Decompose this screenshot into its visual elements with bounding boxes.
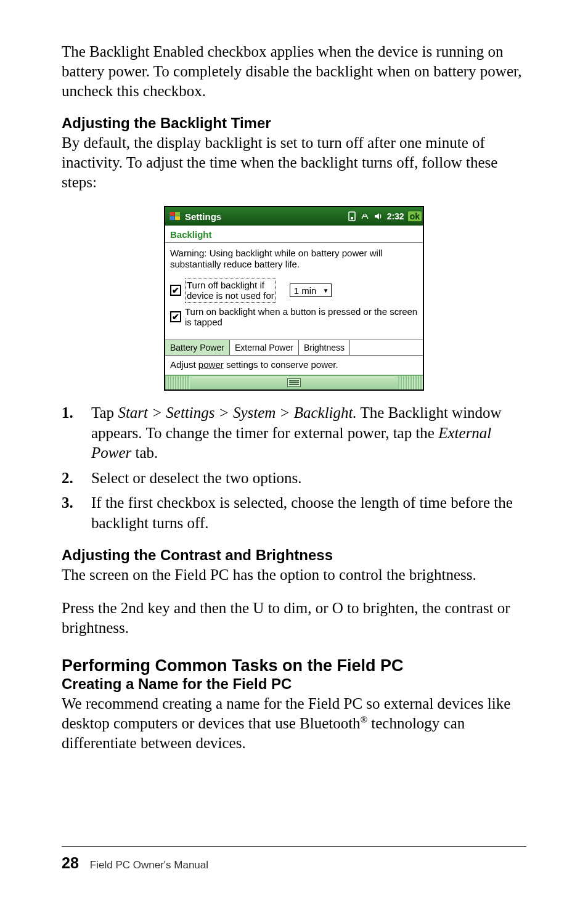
paragraph-create-name: We recommend creating a name for the Fie… bbox=[62, 694, 526, 753]
volume-icon bbox=[374, 212, 383, 221]
paragraph-brightness-1: The screen on the Field PC has the optio… bbox=[62, 565, 526, 585]
footer-title: Field PC Owner's Manual bbox=[90, 859, 208, 871]
titlebar: Settings 2:32 ok bbox=[165, 207, 423, 226]
svg-rect-3 bbox=[175, 216, 180, 220]
svg-rect-2 bbox=[169, 216, 174, 220]
tab-battery-power[interactable]: Battery Power bbox=[165, 340, 230, 355]
sim-icon bbox=[348, 211, 356, 221]
checkbox-turn-on[interactable]: ✔ bbox=[170, 311, 181, 322]
tab-external-power[interactable]: External Power bbox=[230, 340, 299, 355]
system-tray: 2:32 ok bbox=[348, 211, 422, 221]
warning-text: Warning: Using backlight while on batter… bbox=[170, 248, 418, 270]
subheading-backlight-timer: Adjusting the Backlight Timer bbox=[62, 115, 526, 132]
svg-rect-5 bbox=[351, 217, 353, 219]
step-1: Tap Start > Settings > System > Backligh… bbox=[62, 403, 526, 463]
clock-time: 2:32 bbox=[387, 211, 404, 221]
ok-button[interactable]: ok bbox=[408, 211, 422, 221]
paragraph-timer-intro: By default, the display backlight is set… bbox=[62, 133, 526, 192]
chevron-down-icon: ▼ bbox=[322, 287, 329, 294]
keyboard-icon bbox=[287, 378, 301, 387]
step-2: Select or deselect the two options. bbox=[62, 468, 526, 489]
tabs-row: Battery Power External Power Brightness bbox=[165, 340, 423, 356]
page-number: 28 bbox=[62, 854, 79, 872]
page-footer: 28 Field PC Owner's Manual bbox=[62, 846, 526, 872]
checkbox-turn-off[interactable]: ✔ bbox=[170, 285, 181, 296]
paragraph-intro: The Backlight Enabled checkbox applies w… bbox=[62, 42, 526, 101]
power-link-line: Adjust power settings to conserve power. bbox=[165, 356, 423, 375]
svg-rect-0 bbox=[169, 212, 174, 216]
registered-symbol: ® bbox=[361, 715, 367, 725]
panel-header: Backlight bbox=[165, 226, 423, 242]
step-3: If the first checkbox is selected, choos… bbox=[62, 493, 526, 533]
turn-off-label: Turn off backlight if device is not used… bbox=[185, 279, 276, 303]
settings-window: Settings 2:32 ok Backlight Warning: Usin… bbox=[164, 206, 424, 391]
section-common-tasks: Performing Common Tasks on the Field PC bbox=[62, 656, 526, 675]
steps-list: Tap Start > Settings > System > Backligh… bbox=[62, 403, 526, 533]
window-title: Settings bbox=[185, 211, 348, 222]
timeout-value: 1 min bbox=[294, 285, 317, 296]
step1-path: Start > Settings > System > Backlight. bbox=[118, 404, 356, 421]
screenshot-container: Settings 2:32 ok Backlight Warning: Usin… bbox=[62, 206, 526, 391]
subheading-contrast-brightness: Adjusting the Contrast and Brightness bbox=[62, 547, 526, 564]
start-flag-icon bbox=[169, 210, 181, 222]
connectivity-icon bbox=[360, 212, 370, 221]
timeout-dropdown[interactable]: 1 min ▼ bbox=[290, 283, 332, 297]
tab-brightness[interactable]: Brightness bbox=[299, 340, 350, 355]
sip-bar[interactable] bbox=[165, 375, 423, 389]
subheading-create-name: Creating a Name for the Field PC bbox=[62, 675, 526, 693]
power-link[interactable]: power bbox=[198, 359, 224, 370]
turn-on-label: Turn on backlight when a button is press… bbox=[185, 306, 418, 328]
svg-rect-1 bbox=[175, 212, 180, 216]
paragraph-brightness-2: Press the 2nd key and then the U to dim,… bbox=[62, 598, 526, 638]
